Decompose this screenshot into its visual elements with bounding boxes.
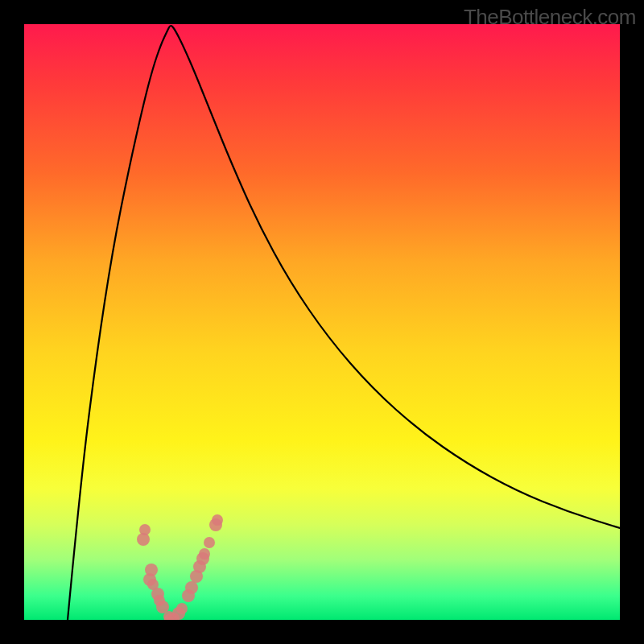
chart-frame: TheBottleneck.com [0,0,644,644]
plot-area [24,24,620,620]
data-point [204,537,215,548]
data-point [199,548,210,559]
data-point [185,581,198,594]
data-point [139,524,151,535]
data-point [212,514,223,526]
watermark-text: TheBottleneck.com [464,5,636,30]
bottleneck-curve-svg [24,24,620,620]
bottleneck-curve-path [68,26,620,620]
data-point [145,564,158,576]
data-point [176,603,188,614]
data-point-markers [137,514,223,620]
